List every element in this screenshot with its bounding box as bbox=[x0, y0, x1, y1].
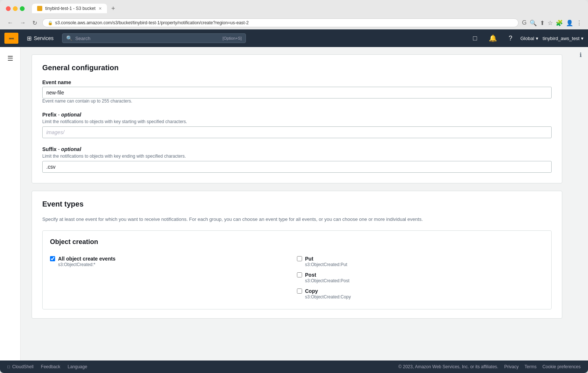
lock-icon: 🔒 bbox=[48, 21, 53, 25]
region-selector[interactable]: Global ▾ bbox=[520, 36, 538, 41]
checkbox-grid: All object create events s3:ObjectCreate… bbox=[50, 253, 544, 302]
prefix-hint: Limit the notifications to objects with … bbox=[42, 119, 552, 124]
footer-left: □ CloudShell Feedback Language bbox=[7, 364, 87, 369]
aws-navbar: aws ⊞ Services 🔍 [Option+S] □ 🔔 ? Global… bbox=[0, 29, 588, 47]
all-object-create-label: All object create events bbox=[58, 255, 115, 262]
prefix-input[interactable] bbox=[42, 126, 552, 138]
aws-logo-text: aws bbox=[9, 37, 14, 40]
object-creation-card: Object creation All object create events… bbox=[42, 230, 552, 310]
event-name-hint: Event name can contain up to 255 charact… bbox=[42, 98, 552, 104]
profile-icon[interactable]: 👤 bbox=[566, 19, 573, 26]
checkbox-all-object-create: All object create events s3:ObjectCreate… bbox=[50, 253, 297, 269]
services-menu-button[interactable]: ⊞ Services bbox=[23, 32, 58, 45]
copy-label: Copy bbox=[305, 288, 351, 294]
search-bar[interactable]: 🔍 [Option+S] bbox=[62, 33, 246, 43]
event-types-title: Event types bbox=[42, 200, 552, 208]
back-button[interactable]: ← bbox=[6, 19, 15, 26]
prefix-group: Prefix - optional Limit the notification… bbox=[42, 112, 552, 138]
url-text: s3.console.aws.amazon.com/s3/bucket/tiny… bbox=[55, 20, 249, 25]
main-content: General configuration Event name Event n… bbox=[21, 47, 573, 361]
google-icon[interactable]: G bbox=[522, 19, 527, 26]
address-bar: ← → ↻ 🔒 s3.console.aws.amazon.com/s3/buc… bbox=[0, 16, 588, 29]
put-checkbox[interactable] bbox=[297, 256, 302, 261]
extensions-icon[interactable]: 🧩 bbox=[556, 19, 563, 26]
privacy-link[interactable]: Privacy bbox=[504, 364, 519, 369]
copy-sublabel: s3:ObjectCreated:Copy bbox=[305, 294, 351, 300]
address-input[interactable]: 🔒 s3.console.aws.amazon.com/s3/bucket/ti… bbox=[42, 18, 519, 27]
suffix-label: Suffix - optional bbox=[42, 146, 552, 152]
aws-logo[interactable]: aws bbox=[4, 33, 18, 44]
tab-close-icon[interactable]: ✕ bbox=[98, 6, 102, 11]
sidebar-toggle[interactable]: ☰ bbox=[4, 51, 16, 65]
all-object-create-sublabel: s3:ObjectCreated:* bbox=[58, 262, 115, 267]
terms-link[interactable]: Terms bbox=[524, 364, 537, 369]
traffic-lights bbox=[6, 6, 25, 11]
bookmark-icon[interactable]: ☆ bbox=[548, 19, 553, 26]
maximize-button[interactable] bbox=[20, 6, 25, 11]
username-label: tinybird_aws_test bbox=[543, 36, 580, 41]
menu-icon[interactable]: ⋮ bbox=[576, 19, 582, 26]
search-shortcut-label: [Option+S] bbox=[222, 36, 241, 40]
suffix-input[interactable] bbox=[42, 161, 552, 173]
footer-right: © 2023, Amazon Web Services, Inc. or its… bbox=[398, 364, 581, 369]
footer: □ CloudShell Feedback Language © 2023, A… bbox=[0, 361, 588, 373]
suffix-hint: Limit the notifications to objects with … bbox=[42, 154, 552, 159]
checkbox-copy: Copy s3:ObjectCreated:Copy bbox=[297, 286, 544, 302]
event-types-description: Specify at least one event for which you… bbox=[42, 216, 552, 223]
general-config-card: General configuration Event name Event n… bbox=[32, 54, 562, 183]
app-body: ☰ General configuration Event name Event… bbox=[0, 47, 588, 361]
prefix-label: Prefix - optional bbox=[42, 112, 552, 118]
post-sublabel: s3:ObjectCreated:Post bbox=[305, 278, 349, 283]
region-label: Global bbox=[520, 36, 534, 41]
general-config-title: General configuration bbox=[42, 64, 552, 72]
cookie-link[interactable]: Cookie preferences bbox=[542, 364, 581, 369]
browser-titlebar: tinybird-test-1 - S3 bucket ✕ + bbox=[0, 0, 588, 16]
cloudshell-nav-icon[interactable]: □ bbox=[469, 32, 481, 44]
close-button[interactable] bbox=[6, 6, 11, 11]
active-tab[interactable]: tinybird-test-1 - S3 bucket ✕ bbox=[32, 4, 107, 13]
search-input[interactable] bbox=[75, 36, 220, 41]
notifications-icon[interactable]: 🔔 bbox=[485, 32, 501, 44]
services-label: Services bbox=[34, 35, 54, 41]
feedback-link[interactable]: Feedback bbox=[41, 364, 60, 369]
tab-bar: tinybird-test-1 - S3 bucket ✕ + bbox=[32, 4, 582, 13]
checkbox-col-left: All object create events s3:ObjectCreate… bbox=[50, 253, 297, 302]
copy-checkbox[interactable] bbox=[297, 288, 302, 294]
copyright-text: © 2023, Amazon Web Services, Inc. or its… bbox=[398, 364, 498, 369]
suffix-group: Suffix - optional Limit the notification… bbox=[42, 146, 552, 173]
browser-actions: G 🔍 ⬆ ☆ 🧩 👤 ⋮ bbox=[522, 19, 582, 26]
refresh-button[interactable]: ↻ bbox=[31, 19, 39, 26]
forward-button[interactable]: → bbox=[18, 19, 27, 26]
checkbox-post: Post s3:ObjectCreated:Post bbox=[297, 269, 544, 286]
search-icon: 🔍 bbox=[66, 35, 72, 41]
put-label: Put bbox=[305, 255, 347, 262]
language-link[interactable]: Language bbox=[68, 364, 87, 369]
user-menu[interactable]: tinybird_aws_test ▾ bbox=[543, 36, 584, 41]
checkbox-put: Put s3:ObjectCreated:Put bbox=[297, 253, 544, 269]
object-creation-title: Object creation bbox=[50, 238, 544, 246]
event-name-input[interactable] bbox=[42, 87, 552, 98]
share-icon[interactable]: ⬆ bbox=[540, 19, 545, 26]
sidebar: ☰ bbox=[0, 47, 21, 361]
all-object-create-checkbox[interactable] bbox=[50, 256, 55, 261]
cloudshell-footer-icon: □ bbox=[7, 364, 10, 369]
help-icon[interactable]: ? bbox=[505, 32, 516, 44]
new-tab-button[interactable]: + bbox=[110, 5, 117, 12]
info-icon[interactable]: ℹ bbox=[580, 51, 582, 58]
tab-favicon bbox=[37, 6, 42, 11]
post-checkbox[interactable] bbox=[297, 272, 302, 277]
put-sublabel: s3:ObjectCreated:Put bbox=[305, 262, 347, 267]
zoom-icon[interactable]: 🔍 bbox=[530, 19, 537, 26]
right-panel: ℹ bbox=[573, 47, 588, 361]
checkbox-col-right: Put s3:ObjectCreated:Put Post s3:ObjectC… bbox=[297, 253, 544, 302]
user-chevron-icon: ▾ bbox=[581, 36, 584, 41]
general-config-body: General configuration Event name Event n… bbox=[32, 55, 562, 183]
event-types-card: Event types Specify at least one event f… bbox=[32, 191, 562, 319]
event-name-group: Event name Event name can contain up to … bbox=[42, 79, 552, 104]
cloudshell-footer-link[interactable]: □ CloudShell bbox=[7, 364, 33, 369]
event-types-body: Event types Specify at least one event f… bbox=[32, 191, 562, 318]
grid-icon: ⊞ bbox=[27, 35, 32, 42]
region-chevron-icon: ▾ bbox=[536, 36, 538, 41]
minimize-button[interactable] bbox=[13, 6, 18, 11]
post-label: Post bbox=[305, 272, 349, 278]
